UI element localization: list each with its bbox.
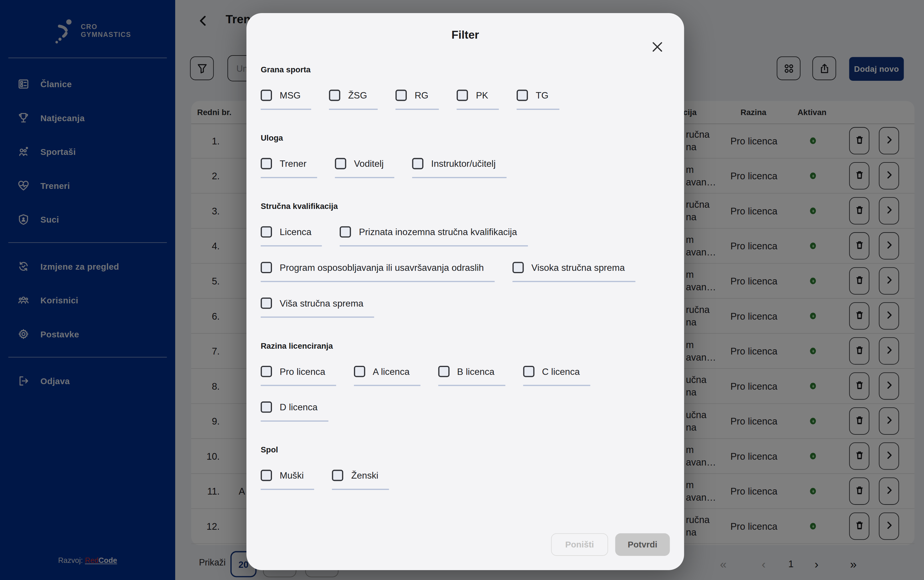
checkbox-unchecked-icon[interactable] [438,366,450,377]
filter-option-label: Pro licenca [280,366,325,377]
filter-section-label: Stručna kvalifikacija [261,202,670,211]
filter-section-label: Razina licenciranja [261,341,670,351]
filter-option-mu-ki[interactable]: Muški [261,470,315,490]
filter-option-label: Trener [280,158,306,169]
close-icon [652,41,663,52]
filter-option-label: C licenca [542,366,580,377]
filter-option-label: TG [536,90,548,101]
checkbox-unchecked-icon[interactable] [395,90,407,101]
filter-option-b-licenca[interactable]: B licenca [438,366,505,386]
filter-section-stru-na-kvalifikacija: Stručna kvalifikacijaLicencaPriznata ino… [261,202,670,318]
filter-option-label: RG [415,90,428,101]
filter-option-program-osposobljavanja-ili-usavr-avanja-odraslih[interactable]: Program osposobljavanja ili usavršavanja… [261,262,494,282]
filter-option--sg[interactable]: ŽSG [329,90,378,110]
checkbox-unchecked-icon[interactable] [412,158,423,170]
filter-modal: Filter Grana sportaMSGŽSGRGPKTGUlogaTren… [246,13,684,570]
checkbox-unchecked-icon[interactable] [517,90,528,101]
filter-option-label: Ženski [351,470,378,481]
checkbox-unchecked-icon[interactable] [261,402,272,413]
filter-option-licenca[interactable]: Licenca [261,226,322,246]
filter-section-uloga: UlogaTrenerVoditeljInstruktor/učitelj [261,133,670,178]
app-root: CRO GYMNASTICS ČlaniceNatjecanjaSportaši… [0,0,924,580]
checkbox-unchecked-icon[interactable] [261,366,272,377]
filter-option-label: Licenca [280,227,311,237]
checkbox-unchecked-icon[interactable] [261,226,272,238]
filter-option-label: Instruktor/učitelj [431,158,496,169]
checkbox-unchecked-icon[interactable] [523,366,534,377]
filter-option-priznata-inozemna-stru-na-kvalifikacija[interactable]: Priznata inozemna stručna kvalifikacija [340,226,528,246]
checkbox-unchecked-icon[interactable] [332,470,343,481]
filter-section-label: Grana sporta [261,65,670,74]
filter-option-c-licenca[interactable]: C licenca [523,366,590,386]
filter-section-label: Spol [261,445,670,455]
filter-section-spol: SpolMuškiŽenski [261,445,670,490]
filter-sections: Grana sportaMSGŽSGRGPKTGUlogaTrenerVodit… [261,65,670,490]
filter-section-grana-sporta: Grana sportaMSGŽSGRGPKTG [261,65,670,110]
checkbox-unchecked-icon[interactable] [329,90,341,101]
checkbox-unchecked-icon[interactable] [457,90,468,101]
filter-option-voditelj[interactable]: Voditelj [335,158,394,178]
filter-option-label: MSG [280,90,301,101]
filter-option-pro-licenca[interactable]: Pro licenca [261,366,336,386]
filter-option-msg[interactable]: MSG [261,90,311,110]
checkbox-unchecked-icon[interactable] [261,298,272,309]
checkbox-unchecked-icon[interactable] [512,262,524,273]
filter-section-label: Uloga [261,133,670,143]
filter-option-label: D licenca [280,402,318,413]
filter-option-label: A licenca [373,366,410,377]
filter-option-label: Voditelj [354,158,384,169]
checkbox-unchecked-icon[interactable] [261,470,272,481]
filter-section-razina-licenciranja: Razina licenciranjaPro licencaA licencaB… [261,341,670,422]
checkbox-unchecked-icon[interactable] [335,158,346,170]
checkbox-unchecked-icon[interactable] [261,158,272,170]
filter-option-vi-a-stru-na-sprema[interactable]: Viša stručna sprema [261,298,374,318]
filter-option-d-licenca[interactable]: D licenca [261,402,328,422]
filter-option-label: Program osposobljavanja ili usavršavanja… [280,262,484,273]
filter-option-pk[interactable]: PK [457,90,499,110]
filter-option--enski[interactable]: Ženski [332,470,389,490]
filter-option-a-licenca[interactable]: A licenca [354,366,420,386]
reset-button[interactable]: Poništi [551,533,608,556]
filter-option-trener[interactable]: Trener [261,158,317,178]
filter-option-label: Viša stručna sprema [280,298,364,308]
filter-option-label: B licenca [457,366,494,377]
confirm-button[interactable]: Potvrdi [615,533,670,556]
filter-option-label: ŽSG [348,90,367,101]
filter-option-label: Priznata inozemna stručna kvalifikacija [359,227,517,237]
filter-option-tg[interactable]: TG [517,90,559,110]
checkbox-unchecked-icon[interactable] [354,366,365,377]
filter-option-rg[interactable]: RG [395,90,439,110]
checkbox-unchecked-icon[interactable] [261,262,272,273]
filter-option-instruktor-u-itelj[interactable]: Instruktor/učitelj [412,158,506,178]
checkbox-unchecked-icon[interactable] [340,226,351,238]
filter-option-visoka-stru-na-sprema[interactable]: Visoka stručna sprema [512,262,636,282]
filter-option-label: PK [476,90,488,101]
modal-title: Filter [261,28,670,41]
close-button[interactable] [649,38,666,56]
modal-footer: Poništi Potvrdi [551,533,670,556]
filter-option-label: Visoka stručna sprema [532,262,625,273]
filter-option-label: Muški [280,470,304,481]
checkbox-unchecked-icon[interactable] [261,90,272,101]
